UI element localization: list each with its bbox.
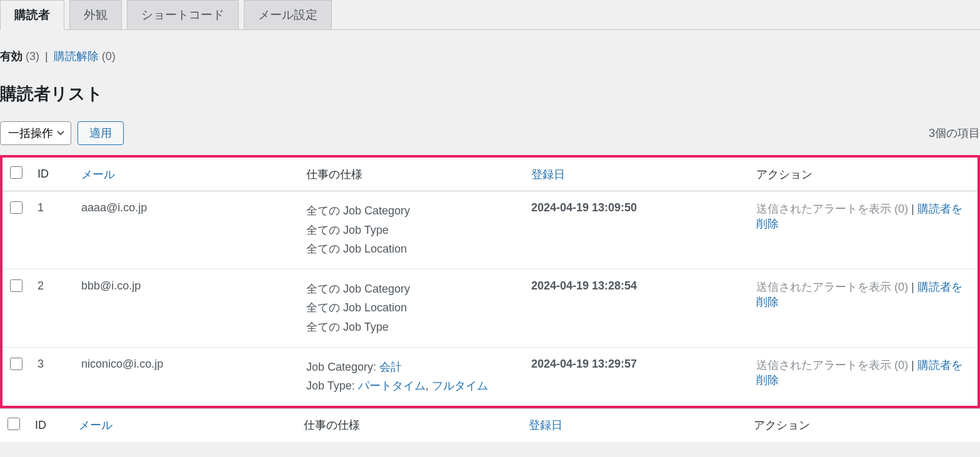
item-count: 3個の項目	[929, 126, 980, 141]
subscribers-table: ID メール 仕事の仕様 登録日 アクション 1aaaa@i.co.jp全ての …	[2, 158, 978, 406]
th-spec: 仕事の仕様	[299, 158, 524, 191]
apply-button[interactable]: 適用	[78, 121, 124, 145]
alerts-text: 送信されたアラートを表示 (0)	[756, 203, 908, 215]
th-date-sort[interactable]: 登録日	[531, 168, 565, 181]
spec-link[interactable]: パートタイム	[358, 379, 426, 392]
subscribers-table-footer: ID メール 仕事の仕様 登録日 アクション	[0, 408, 980, 442]
filter-divider: |	[45, 50, 48, 63]
row-id: 2	[30, 269, 74, 347]
select-all-checkbox-top[interactable]	[10, 166, 22, 179]
table-row: 2bbb@i.co.jp全ての Job Category全ての Job Loca…	[2, 269, 978, 347]
spec-link[interactable]: 会計	[379, 361, 402, 373]
toolbar: 一括操作 適用 3個の項目	[0, 121, 980, 145]
tf-date-sort[interactable]: 登録日	[529, 419, 562, 431]
row-id: 1	[30, 191, 74, 269]
filter-unsub-count: (0)	[102, 50, 116, 63]
select-all-checkbox-bottom[interactable]	[8, 418, 20, 430]
filter-active-label[interactable]: 有効	[0, 50, 22, 63]
row-spec: 全ての Job Category全ての Job Type全ての Job Loca…	[299, 191, 524, 269]
filter-active-count: (3)	[26, 50, 39, 63]
alerts-text: 送信されたアラートを表示 (0)	[756, 281, 908, 293]
tf-email-sort[interactable]: メール	[79, 419, 112, 431]
bulk-action-select[interactable]: 一括操作	[0, 121, 71, 145]
alerts-text: 送信されたアラートを表示 (0)	[756, 359, 908, 371]
tab-0[interactable]: 購読者	[0, 0, 64, 30]
row-date: 2024-04-19 13:29:57	[524, 347, 749, 406]
row-spec: Job Category: 会計Job Type: パートタイム, フルタイム	[299, 347, 524, 406]
filter-unsub-link[interactable]: 購読解除	[54, 50, 99, 63]
row-checkbox[interactable]	[10, 201, 22, 214]
row-date: 2024-04-19 13:09:50	[524, 191, 749, 269]
row-date: 2024-04-19 13:28:54	[524, 269, 749, 347]
page-title: 購読者リスト	[0, 83, 980, 105]
row-actions: 送信されたアラートを表示 (0) | 購読者を削除	[749, 269, 978, 347]
tf-spec: 仕事の仕様	[296, 408, 521, 442]
tf-action: アクション	[746, 408, 980, 442]
table-row: 1aaaa@i.co.jp全ての Job Category全ての Job Typ…	[2, 191, 978, 269]
tab-1[interactable]: 外観	[69, 0, 122, 29]
row-email: aaaa@i.co.jp	[74, 191, 299, 269]
tf-id: ID	[28, 408, 71, 442]
row-actions: 送信されたアラートを表示 (0) | 購読者を削除	[749, 347, 978, 406]
tabs-bar: 購読者外観ショートコードメール設定	[0, 0, 980, 30]
table-row: 3niconico@i.co.jpJob Category: 会計Job Typ…	[2, 347, 978, 406]
row-spec: 全ての Job Category全ての Job Location全ての Job …	[299, 269, 524, 347]
spec-link[interactable]: フルタイム	[432, 379, 488, 392]
status-filter: 有効 (3) | 購読解除 (0)	[0, 49, 980, 64]
row-id: 3	[30, 347, 74, 406]
row-email: bbb@i.co.jp	[74, 269, 299, 347]
row-actions: 送信されたアラートを表示 (0) | 購読者を削除	[749, 191, 978, 269]
tab-2[interactable]: ショートコード	[127, 0, 239, 29]
row-email: niconico@i.co.jp	[74, 347, 299, 406]
th-email-sort[interactable]: メール	[81, 168, 115, 181]
table-highlighted-wrapper: ID メール 仕事の仕様 登録日 アクション 1aaaa@i.co.jp全ての …	[0, 155, 980, 408]
row-checkbox[interactable]	[10, 279, 22, 292]
th-id: ID	[30, 158, 74, 191]
row-checkbox[interactable]	[10, 358, 22, 370]
tab-3[interactable]: メール設定	[244, 0, 332, 29]
th-action: アクション	[749, 158, 978, 191]
